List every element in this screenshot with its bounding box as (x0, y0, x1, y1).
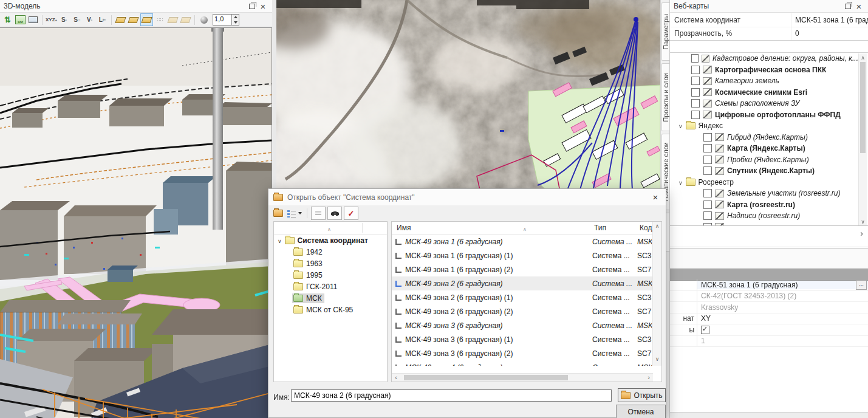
scale-surface-icon[interactable]: S▫ (58, 14, 70, 26)
clip-box-disabled2-icon[interactable] (180, 14, 191, 26)
grid-row-value[interactable]: Krassovsky (697, 303, 868, 312)
tree-root-row[interactable]: Система координат (274, 235, 387, 246)
grid-row-value[interactable]: 1 (697, 337, 868, 345)
add-source-icon[interactable]: src (15, 14, 26, 26)
scrollbar-thumb[interactable] (404, 375, 568, 380)
scroll-down-icon[interactable] (859, 218, 867, 225)
grid-row-value[interactable]: XY (697, 314, 868, 323)
layer-folder-row[interactable]: Яндекс (670, 120, 858, 132)
list-header[interactable]: Имя Тип Код (392, 222, 653, 235)
layer-checkbox[interactable] (691, 88, 700, 97)
browse-ellipsis-button[interactable] (856, 280, 867, 290)
grid-row-value[interactable] (697, 325, 868, 334)
list-vertical-scrollbar[interactable] (652, 222, 661, 366)
layer-checkbox[interactable] (691, 77, 700, 85)
layer-row[interactable]: Пробки (Яндекс.Карты) (670, 154, 858, 166)
list-horizontal-scrollbar[interactable] (392, 373, 653, 382)
view-mode-dropdown[interactable] (286, 207, 303, 219)
layer-row[interactable]: Карта (Яндекс.Карты) (670, 143, 858, 154)
sphere-tool-icon[interactable] (198, 14, 210, 26)
column-name[interactable]: Имя (397, 224, 411, 232)
stepper-down-icon[interactable] (232, 20, 239, 26)
layer-checkbox[interactable] (703, 211, 712, 220)
column-type[interactable]: Тип (594, 224, 606, 232)
scroll-down-icon[interactable] (653, 356, 661, 365)
length-scale-icon[interactable]: L⊢ (97, 14, 108, 26)
tree-scrollbar[interactable] (858, 53, 867, 225)
expander-icon[interactable] (278, 236, 282, 245)
layer-row[interactable]: Земельные участки (rosreestr.ru) (670, 188, 858, 199)
zoom-factor-stepper[interactable]: 1,0 (213, 14, 239, 26)
grid-row[interactable]: нат XY (670, 314, 868, 325)
grid-row[interactable]: СК-42(ГОСТ 32453-2013) (2) (670, 291, 868, 303)
filter-check-button[interactable] (344, 207, 358, 220)
name-input[interactable] (291, 389, 612, 402)
layer-row[interactable]: Цифровые ортофотопланы ФФПД (670, 109, 858, 121)
expander-icon[interactable] (678, 122, 683, 130)
layer-row[interactable]: Кадастровое деление: округа, районы, к..… (670, 53, 858, 64)
float-window-icon[interactable] (842, 1, 853, 11)
property-value[interactable]: 0 (791, 27, 868, 40)
layer-checkbox[interactable] (703, 189, 712, 197)
property-row[interactable]: Система координат МСК-51 зона 1 (6 граду… (670, 13, 868, 27)
grid-row-value[interactable]: МСК-51 зона 1 (6 градусная) (697, 281, 868, 289)
refresh-model-icon[interactable] (2, 14, 13, 26)
layer-checkbox[interactable] (703, 133, 712, 142)
coordinate-system-row[interactable]: МСК-49 зона 3 (6 градусная) Система ... … (392, 318, 653, 332)
clip-box-left-icon[interactable] (115, 14, 126, 26)
float-window-icon[interactable] (247, 1, 258, 11)
property-row[interactable]: Прозрачность, % 0 (670, 27, 868, 41)
close-icon[interactable] (853, 1, 864, 11)
grid-row[interactable]: Krassovsky (670, 302, 868, 314)
search-button[interactable] (327, 207, 342, 220)
coordinate-system-row[interactable]: МСК-49 зона 3 (6 градусная) (2) Система … (392, 346, 653, 360)
scale-square-icon[interactable]: S□ (71, 14, 83, 26)
layer-row[interactable]: Космические снимкм Esri (670, 87, 858, 98)
coordinate-system-row[interactable]: МСК-49 зона 1 (6 градусная) (1) Система … (392, 248, 653, 262)
layer-row[interactable]: Карта (rosreestr.ru) (670, 199, 858, 211)
list-text-button[interactable] (311, 207, 326, 220)
layer-checkbox[interactable] (703, 200, 712, 209)
grid-row[interactable]: 1 (670, 336, 868, 348)
layer-checkbox[interactable] (703, 156, 712, 164)
layer-row[interactable]: Схемы расположения ЗУ (670, 98, 858, 109)
scrollbar-thumb[interactable] (860, 62, 866, 153)
zoom-factor-value[interactable]: 1,0 (213, 15, 231, 25)
property-checkbox[interactable] (701, 326, 709, 334)
layer-checkbox[interactable] (691, 66, 700, 74)
up-one-level-icon[interactable] (272, 207, 284, 219)
coordinate-system-row[interactable]: МСК-49 зона 2 (6 градусная) (2) Система … (392, 304, 653, 318)
grid-row-value[interactable]: СК-42(ГОСТ 32453-2013) (2) (697, 292, 868, 300)
coordinate-system-row[interactable]: МСК-49 зона 3 (6 градусная) (1) Система … (392, 332, 653, 346)
clip-box-disabled-icon[interactable] (167, 14, 179, 26)
coordinate-system-row[interactable]: МСК-49 зона 4 (6 градусная) Система ... … (392, 360, 653, 366)
layer-checkbox[interactable] (691, 99, 700, 108)
side-tab[interactable]: Проекты и слои (661, 63, 669, 131)
tree-folder-row[interactable]: МСК от СК-95 (274, 304, 387, 315)
tree-folder-row[interactable]: 1963 (274, 258, 387, 269)
screen-view-icon[interactable] (27, 14, 39, 26)
scroll-right-icon[interactable] (644, 374, 653, 381)
layer-checkbox[interactable] (703, 144, 712, 152)
expand-section-icon[interactable] (860, 228, 863, 238)
clip-box-section-icon[interactable] (128, 14, 139, 26)
grid-row[interactable]: МСК-51 зона 1 (6 градусная) (670, 279, 868, 291)
cancel-button[interactable]: Отмена (616, 405, 666, 418)
points-mode-icon[interactable] (154, 14, 166, 26)
close-icon[interactable] (258, 1, 268, 11)
clip-box-active-icon[interactable] (140, 13, 153, 26)
column-code[interactable]: Код (640, 224, 653, 232)
xyz-axes-icon[interactable]: XYZ+ (46, 14, 57, 26)
layer-row[interactable]: Гибрид (Яндекс.Карты) (670, 132, 858, 143)
dialog-close-icon[interactable] (650, 193, 661, 202)
scroll-up-icon[interactable] (653, 223, 661, 231)
expander-icon[interactable] (678, 178, 683, 187)
layer-folder-row[interactable]: Росреестр (670, 177, 858, 188)
property-value[interactable]: МСК-51 зона 1 (6 градусная) (791, 13, 868, 27)
tree-folder-row[interactable]: ГСК-2011 (274, 281, 387, 292)
layer-row[interactable]: Надписи (rosreestr.ru) (670, 210, 858, 222)
coordinate-system-row[interactable]: МСК-49 зона 1 (6 градусная) (2) Система … (392, 262, 653, 276)
grid-row[interactable]: ы (670, 324, 868, 336)
layer-checkbox[interactable] (691, 54, 699, 63)
tree-folder-row[interactable]: 1942 (274, 246, 387, 258)
